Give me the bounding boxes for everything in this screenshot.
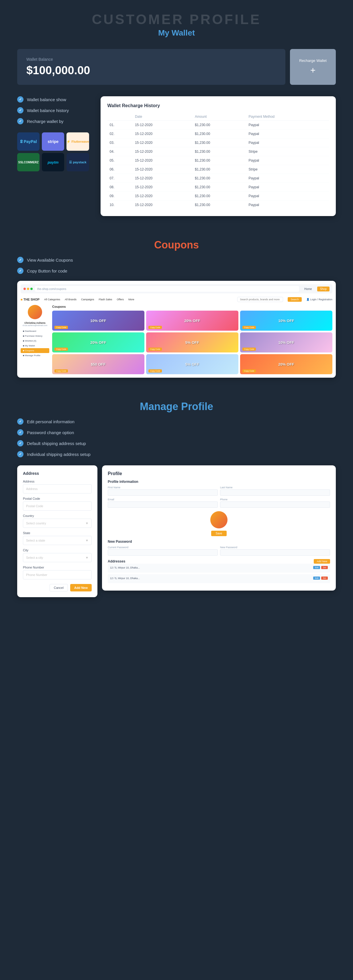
copy-code-button[interactable]: Copy Code	[242, 369, 256, 372]
plus-icon: +	[310, 65, 316, 76]
city-select[interactable]: Select a city▼	[23, 553, 92, 562]
cell-date: 15-12-2020	[133, 174, 192, 183]
nav-all-brands: All Brands	[65, 298, 76, 301]
address-section-title: Addresses	[108, 559, 125, 563]
coupon-card: 10% OFF Copy Code	[240, 310, 332, 331]
coupon-discount: 10% OFF	[90, 319, 106, 323]
cell-method: Stripe	[246, 147, 329, 156]
phone-input[interactable]: Phone Number	[23, 570, 92, 579]
shop-brand: ■ THE SHOP	[21, 298, 40, 301]
wallet-balance-label: Wallet Balance	[26, 57, 276, 62]
paystack-logo: ☰ paystack	[67, 153, 89, 171]
email-field: Email	[108, 498, 218, 508]
postal-label: Postal Code	[23, 497, 92, 500]
profile-feature-text-1: Edit personal information	[27, 419, 75, 424]
address-row-1: 12 / 5, Mirpur 10, Dhaka... Edit Del	[108, 564, 330, 573]
coupon-discount: 20% OFF	[90, 340, 106, 345]
address-input[interactable]: Address	[23, 484, 92, 493]
cell-date: 15-12-2020	[133, 200, 192, 210]
password-section-title: New Password	[108, 539, 330, 544]
coupon-card: $50 OFF Copy Code	[52, 354, 145, 374]
postal-input[interactable]: Postal Code	[23, 501, 92, 511]
nav-manage-profile[interactable]: ■ Manage Profile	[21, 353, 49, 358]
copy-code-button[interactable]: Copy Code	[148, 348, 162, 351]
new-pw-input[interactable]	[220, 549, 330, 555]
wallet-section: Wallet Balance $100,000.00 Recharge Wall…	[0, 40, 353, 225]
profile-check-3	[17, 440, 24, 447]
profile-section: Manage Profile Edit personal information…	[0, 386, 353, 609]
flutterwave-logo: ⚡ Flutterwave	[67, 132, 89, 151]
cell-date: 15-12-2020	[133, 147, 192, 156]
feature-text-3: Recharge wallet by	[27, 119, 64, 124]
profile-features: Edit personal information Password chang…	[17, 418, 336, 457]
firstname-field: First Name	[108, 486, 218, 496]
cancel-button[interactable]: Cancel	[49, 584, 68, 592]
nav-my-wallet[interactable]: ■ My Wallet	[21, 343, 49, 348]
coupon-feature-2: Copy Button for code	[17, 268, 336, 274]
copy-code-button[interactable]: Copy Code	[148, 326, 162, 329]
table-row: 09. 15-12-2020 $1,230.00 Paypal	[107, 192, 329, 200]
add-address-button[interactable]: Add New	[314, 559, 330, 564]
edit-address-1[interactable]: Edit	[313, 566, 320, 569]
history-title: Wallet Recharge History	[107, 103, 329, 108]
wallet-history-card: Wallet Recharge History Date Amount Paym…	[100, 96, 336, 216]
coupon-card: 20% OFF Copy Code	[240, 354, 332, 374]
wallet-left-panel: Wallet balance show Wallet balance histo…	[17, 96, 89, 171]
col-date: Date	[133, 113, 192, 121]
table-row: 07. 15-12-2020 $1,230.00 Paypal	[107, 174, 329, 183]
recharge-wallet-button[interactable]: Recharge Wallet +	[290, 49, 336, 85]
nav-dashboard[interactable]: ■ Dashboard	[21, 329, 49, 334]
cell-date: 15-12-2020	[133, 192, 192, 200]
firstname-label: First Name	[108, 486, 218, 489]
nav-purchase-history[interactable]: ■ Purchase History	[21, 334, 49, 339]
email-input[interactable]	[108, 501, 218, 508]
cell-num: 09.	[107, 192, 133, 200]
cell-num: 05.	[107, 156, 133, 165]
firstname-input[interactable]	[108, 489, 218, 496]
search-input[interactable]	[237, 297, 283, 302]
phone-label: Phone Number	[23, 566, 92, 569]
search-button[interactable]: Search	[288, 297, 302, 302]
nav-flash-sales: Flash Sales	[99, 298, 112, 301]
save-profile-button[interactable]: Save	[211, 531, 227, 536]
page-header: CUSTOMER PROFILE My Wallet	[0, 0, 353, 40]
state-select[interactable]: Select a state▼	[23, 536, 92, 545]
profile-feature-2: Password change option	[17, 429, 336, 436]
copy-code-button[interactable]: Copy Code	[54, 326, 68, 329]
address-form-mock: Address Address Address Postal Code Post…	[17, 465, 97, 597]
feature-item-1: Wallet balance show	[17, 96, 89, 103]
phone-profile-label: Phone	[220, 498, 330, 501]
country-select[interactable]: Select country▼	[23, 519, 92, 528]
copy-code-button[interactable]: Copy Code	[54, 348, 68, 351]
phone-profile-field: Phone	[220, 498, 330, 508]
copy-code-button[interactable]: Copy Code	[242, 326, 256, 329]
phone-profile-input[interactable]	[220, 501, 330, 508]
address-text-1: 12 / 5, Mirpur 10, Dhaka...	[110, 566, 140, 569]
cell-date: 15-12-2020	[133, 138, 192, 147]
cell-method: Paypal	[246, 129, 329, 138]
cell-num: 04.	[107, 147, 133, 156]
cell-num: 07.	[107, 174, 133, 183]
current-pw-input[interactable]	[108, 549, 218, 555]
nav-coupons[interactable]: ■ Coupons	[21, 348, 49, 353]
address-text-2: 12 / 5, Mirpur 10, Dhaka...	[110, 577, 140, 580]
city-label: City	[23, 549, 92, 552]
lastname-input[interactable]	[220, 489, 330, 496]
add-new-button[interactable]: Add New	[70, 584, 92, 592]
edit-address-2[interactable]: Edit	[313, 576, 320, 580]
copy-code-button[interactable]: Copy Code	[242, 348, 256, 351]
contact-row: Email Phone	[108, 498, 330, 508]
delete-address-2[interactable]: Del	[321, 576, 328, 580]
nav-wishlist[interactable]: ■ Wishlist (0)	[21, 339, 49, 343]
copy-code-button[interactable]: Copy Code	[148, 369, 162, 372]
table-row: 04. 15-12-2020 $1,230.00 Stripe	[107, 147, 329, 156]
login-link[interactable]: 👤 Login / Registration	[306, 298, 332, 301]
copy-code-button[interactable]: Copy Code	[54, 369, 68, 372]
password-row: Current Password New Password	[108, 546, 330, 555]
coupon-discount: 10% OFF	[278, 340, 294, 345]
country-field: Country Select country▼	[23, 514, 92, 528]
address-row-content-1: 12 / 5, Mirpur 10, Dhaka... Edit Del	[110, 566, 328, 569]
cell-method: Paypal	[246, 156, 329, 165]
delete-address-1[interactable]: Del	[321, 566, 328, 569]
cell-date: 15-12-2020	[133, 129, 192, 138]
